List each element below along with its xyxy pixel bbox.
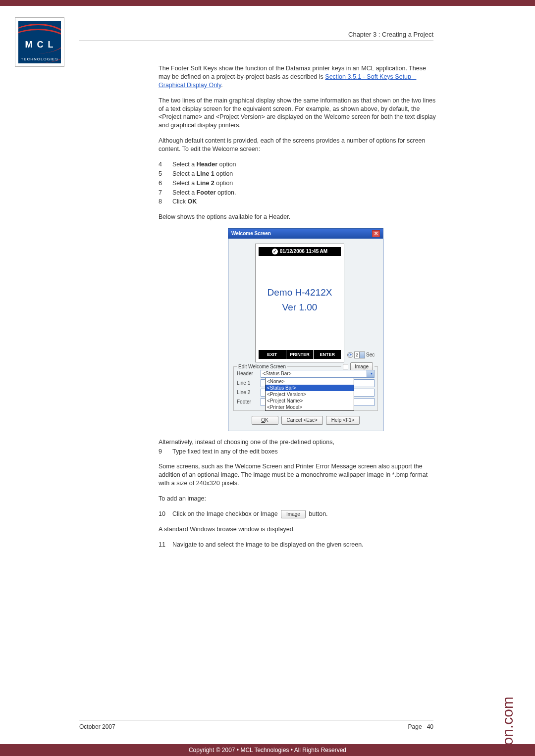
- paragraph-6: Some screens, such as the Welcome Screen…: [159, 462, 436, 488]
- header-rule: [79, 41, 433, 41]
- logo-text-mcl: M C L: [18, 40, 61, 50]
- help-button[interactable]: Help <F1>: [326, 416, 360, 425]
- preview-softkeys: EXIT PRINTER ENTER: [259, 350, 341, 359]
- cancel-button[interactable]: Cancel <Esc>: [281, 416, 323, 425]
- edit-welcome-fieldset: Edit Welcome Screen Image Header <Status…: [233, 366, 378, 411]
- dd-printermodel[interactable]: <Printer Model>: [266, 404, 354, 410]
- screen-preview: ✓ 01/12/2006 11:45 AM Demo H-4212X Ver 1…: [255, 244, 344, 362]
- dd-projversion[interactable]: <Project Version>: [266, 391, 354, 398]
- timer-icon: ⟳: [347, 352, 353, 358]
- check-icon: ✓: [272, 249, 278, 254]
- steps-list-a: 4 Select a Header option 5 Select a Line…: [159, 160, 436, 206]
- header-dropdown-list[interactable]: <None> <Status Bar> <Project Version> <P…: [265, 378, 354, 411]
- dialog-button-row: OK Cancel <Esc> Help <F1>: [231, 413, 380, 428]
- footer-page: Page 40: [408, 723, 433, 730]
- seconds-label: Sec: [366, 352, 374, 358]
- welcome-screen-dialog-figure: Welcome Screen ✕ ✓ 01/12/2006 11:45 AM D…: [228, 228, 383, 431]
- step-11: 11 Navigate to and select the image to b…: [159, 541, 436, 549]
- seconds-spinner[interactable]: 2: [354, 352, 365, 358]
- step-8: 8 Click OK: [159, 198, 436, 206]
- softkey-exit: EXIT: [259, 350, 286, 359]
- logo-text-sub: TECHNOLOGIES: [18, 57, 61, 61]
- step-11-wrap: 11 Navigate to and select the image to b…: [159, 541, 436, 549]
- seconds-control: ⟳ 2 Sec: [347, 352, 374, 362]
- footer-line: October 2007 Page 40: [79, 723, 433, 730]
- chapter-header: Chapter 3 : Creating a Project: [348, 31, 433, 38]
- close-icon[interactable]: ✕: [372, 230, 380, 237]
- preview-center-text: Demo H-4212X Ver 1.00: [256, 286, 344, 313]
- inline-image-button[interactable]: Image: [281, 510, 306, 519]
- step-10-wrap: 10 Click on the Image checkbox or Image …: [159, 510, 436, 519]
- preview-status-bar: ✓ 01/12/2006 11:45 AM: [259, 247, 341, 256]
- ok-button[interactable]: OK: [252, 416, 278, 425]
- dialog-titlebar: Welcome Screen ✕: [228, 229, 383, 239]
- image-checkbox[interactable]: [343, 364, 348, 369]
- row-header: Header <Status Bar>: [237, 370, 374, 378]
- footer-rule: [79, 720, 433, 720]
- dd-statusbar[interactable]: <Status Bar>: [266, 385, 354, 391]
- fieldset-legend: Edit Welcome Screen: [237, 363, 287, 370]
- top-border-stripe: [0, 0, 535, 6]
- dialog-title-text: Welcome Screen: [231, 230, 271, 237]
- dd-none[interactable]: <None>: [266, 378, 354, 385]
- step-7: 7 Select a Footer option.: [159, 189, 436, 197]
- step-5: 5 Select a Line 1 option: [159, 170, 436, 178]
- paragraph-7: To add an image:: [159, 495, 436, 503]
- dd-projname[interactable]: <Project Name>: [266, 398, 354, 404]
- step-6: 6 Select a Line 2 option: [159, 179, 436, 188]
- paragraph-2: The two lines of the main graphical disp…: [159, 97, 436, 130]
- paragraph-4: Below shows the options available for a …: [159, 213, 436, 221]
- welcome-dialog: Welcome Screen ✕ ✓ 01/12/2006 11:45 AM D…: [228, 228, 383, 431]
- header-dropdown[interactable]: <Status Bar>: [261, 370, 374, 378]
- side-url: www.mcl-collection.com: [499, 697, 516, 756]
- copyright-bar: Copyright © 2007 • MCL Technologies • Al…: [0, 744, 535, 756]
- step-9-wrap: 9 Type fixed text in any of the edit box…: [159, 448, 436, 456]
- main-content: The Footer Soft Keys show the function o…: [159, 64, 436, 556]
- softkey-printer: PRINTER: [286, 350, 314, 359]
- paragraph-5: Alternatively, instead of choosing one o…: [159, 438, 436, 447]
- footer-date: October 2007: [79, 723, 115, 730]
- softkey-enter: ENTER: [314, 350, 341, 359]
- step-4: 4 Select a Header option: [159, 160, 436, 169]
- paragraph-3: Although default content is provided, ea…: [159, 137, 436, 153]
- paragraph-8: A standard Windows browse window is disp…: [159, 525, 436, 534]
- step-10: 10 Click on the Image checkbox or Image …: [159, 510, 436, 519]
- mcl-logo: M C L TECHNOLOGIES: [15, 17, 64, 67]
- paragraph-1: The Footer Soft Keys show the function o…: [159, 64, 436, 90]
- step-9: 9 Type fixed text in any of the edit box…: [159, 448, 436, 456]
